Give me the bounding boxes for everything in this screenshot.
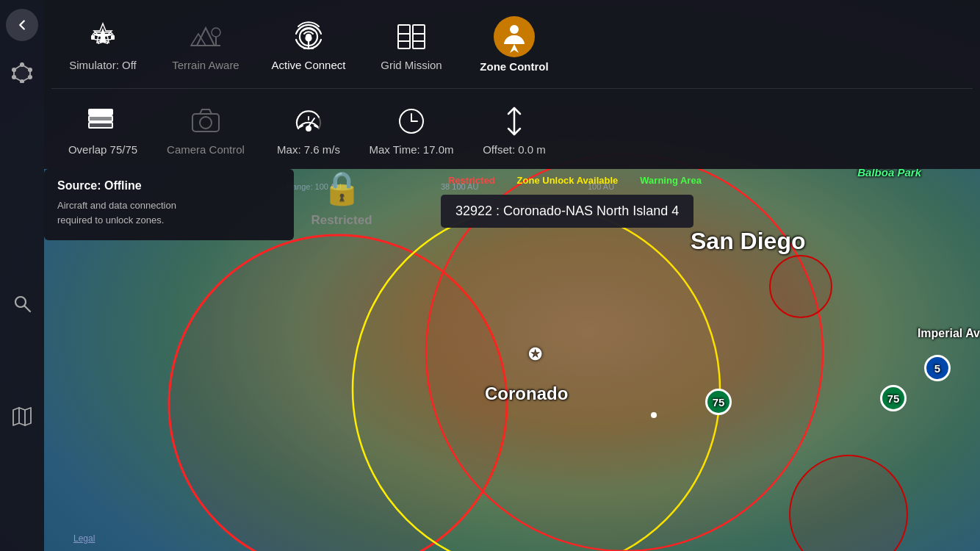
warning-status: Warning Area (640, 175, 702, 186)
camera-label: Camera Control (167, 143, 245, 156)
grid-icon (392, 18, 430, 56)
svg-rect-20 (91, 35, 95, 40)
svg-point-9 (29, 68, 32, 71)
overlap-icon (84, 102, 122, 140)
restricted-label: Restricted (311, 213, 372, 228)
svg-marker-7 (14, 65, 30, 82)
toolbar-row-2: Overlap 75/75 Camera Control (51, 88, 973, 169)
maxspeed-label: Max: 7.6 m/s (277, 143, 340, 156)
toolbar-row-1: Simulator: Off Terrain Aware (51, 0, 973, 88)
svg-rect-32 (413, 25, 425, 48)
svg-point-13 (12, 68, 15, 71)
svg-rect-31 (398, 25, 410, 48)
simulator-item[interactable]: Simulator: Off (51, 4, 154, 84)
zone-tooltip[interactable]: 32922 : Coronado-NAS North Island 4 (441, 195, 693, 228)
camera-icon (187, 102, 225, 140)
zone-item[interactable]: Zone Control (463, 4, 566, 84)
grid-item[interactable]: Grid Mission (360, 4, 463, 84)
zone-label: Zone Control (480, 60, 548, 73)
svg-point-37 (510, 25, 519, 34)
info-description: Aircraft and data connectionrequired to … (57, 198, 281, 227)
back-button[interactable] (6, 9, 38, 41)
arrows-updown-icon (495, 102, 533, 140)
svg-point-12 (12, 76, 15, 79)
offset-item[interactable]: Offset: 0.0 m (463, 89, 566, 170)
zone-status-bar: Restricted Zone Unlock Available Warning… (397, 170, 980, 190)
polygon-tool-button[interactable] (4, 54, 40, 91)
svg-rect-40 (89, 123, 112, 128)
sidebar (0, 0, 44, 551)
search-tool-button[interactable] (4, 285, 40, 322)
svg-rect-38 (89, 109, 112, 115)
info-panel: Source: Offline Aircraft and data connec… (44, 169, 294, 240)
overlap-label: Overlap 75/75 (68, 143, 137, 156)
svg-point-25 (212, 28, 220, 37)
toolbar: Simulator: Off Terrain Aware (44, 0, 980, 169)
zone-icon (494, 16, 535, 57)
lock-icon: 🔒 (322, 169, 362, 207)
svg-point-10 (29, 76, 32, 79)
svg-marker-16 (13, 408, 31, 425)
maxspeed-item[interactable]: Max: 7.6 m/s (257, 89, 360, 170)
overlap-item[interactable]: Overlap 75/75 (51, 89, 154, 170)
connect-label: Active Connect (272, 59, 346, 71)
camera-item[interactable]: Camera Control (154, 89, 257, 170)
terrain-icon (187, 18, 225, 56)
tooltip-text: 32922 : Coronado-NAS North Island 4 (455, 204, 679, 218)
simulator-label: Simulator: Off (69, 59, 136, 71)
maxtime-item[interactable]: Max Time: 17.0m (360, 89, 463, 170)
offset-label: Offset: 0.0 m (483, 143, 546, 156)
unlock-status: Zone Unlock Available (517, 175, 619, 186)
simulator-icon (84, 18, 122, 56)
lock-panel: 🔒 Restricted (294, 169, 389, 228)
svg-point-11 (21, 80, 24, 83)
speedometer-icon (289, 102, 328, 140)
source-label: Source: Offline (57, 179, 281, 192)
clock-icon (392, 102, 430, 140)
restricted-status: Restricted (448, 175, 495, 186)
connect-item[interactable]: Active Connect (257, 4, 360, 84)
svg-line-15 (25, 306, 31, 312)
legal-link[interactable]: Legal (73, 533, 95, 544)
grid-label: Grid Mission (381, 59, 442, 71)
svg-point-8 (21, 63, 24, 66)
svg-point-42 (200, 117, 212, 129)
terrain-label: Terrain Aware (172, 59, 239, 71)
connect-icon (289, 18, 328, 56)
svg-rect-39 (89, 116, 112, 121)
terrain-item[interactable]: Terrain Aware (154, 4, 257, 84)
svg-rect-21 (111, 35, 115, 40)
map-tool-button[interactable] (4, 398, 40, 435)
maxtime-label: Max Time: 17.0m (369, 143, 453, 156)
